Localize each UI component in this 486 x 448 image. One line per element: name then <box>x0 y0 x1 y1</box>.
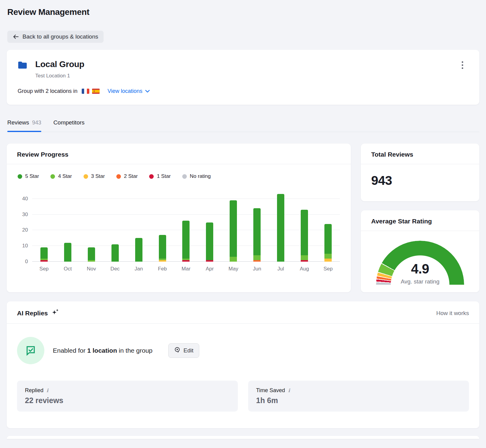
legend-dot-icon <box>18 174 22 179</box>
info-icon[interactable]: i <box>288 388 290 393</box>
stacked-bar-jan-4[interactable] <box>135 238 142 262</box>
replied-stat-box: Repliedi 22 reviews <box>17 381 238 412</box>
how-it-works-link[interactable]: How it works <box>436 310 469 317</box>
star-rating-gauge: 4.9 Avg. star rating <box>376 241 464 285</box>
bar-segment <box>64 243 71 262</box>
tab-competitors[interactable]: Competitors <box>53 119 84 132</box>
y-tick-label: 0 <box>25 259 28 265</box>
avg-rating-value: 4.9 <box>391 261 449 277</box>
x-tick-label: Apr <box>206 266 213 272</box>
bar-segment <box>206 222 213 260</box>
total-reviews-card: Total Reviews 943 <box>361 144 479 201</box>
view-locations-link[interactable]: View locations <box>108 88 150 94</box>
stacked-bar-dec-3[interactable] <box>111 244 119 262</box>
x-tick-label: Feb <box>159 266 166 272</box>
bar-segment <box>301 255 308 260</box>
bar-segment <box>182 221 190 258</box>
stacked-bar-sep-0[interactable] <box>40 247 48 262</box>
time-saved-value: 1h 6m <box>256 396 461 405</box>
review-progress-title: Review Progress <box>7 144 351 164</box>
average-star-rating-card: Average Star Rating 4.9 Avg. star rating <box>361 210 479 292</box>
group-name: Local Group <box>35 59 456 69</box>
y-tick-label: 30 <box>22 212 28 218</box>
bar-segment <box>301 210 308 255</box>
info-icon[interactable]: i <box>46 388 48 393</box>
back-button-label: Back to all groups & locations <box>22 33 98 40</box>
total-reviews-value: 943 <box>361 164 479 197</box>
spain-flag-icon <box>92 89 100 94</box>
review-progress-card: Review Progress 5 Star4 Star3 Star2 Star… <box>7 144 351 292</box>
bar-segment <box>230 257 237 262</box>
replied-value: 22 reviews <box>25 396 230 405</box>
x-tick-label: Nov <box>88 266 95 272</box>
legend-item[interactable]: 3 Star <box>84 173 105 179</box>
group-card: Local Group Test Location 1 Group with 2… <box>7 50 479 105</box>
stacked-bar-sep-12[interactable] <box>324 224 332 262</box>
stacked-bar-may-8[interactable] <box>230 200 237 262</box>
ai-replies-card: AI Replies How it works Enabled for 1 lo… <box>7 301 479 428</box>
tabs: Reviews943 Competitors <box>7 119 479 132</box>
location-pin-icon <box>174 347 180 355</box>
ai-reply-enabled-icon <box>17 337 44 364</box>
x-tick-label: Dec <box>111 266 119 272</box>
chart-legend: 5 Star4 Star3 Star2 Star1 StarNo rating <box>18 173 340 179</box>
x-tick-label: Sep <box>40 266 48 272</box>
stacked-bar-mar-6[interactable] <box>182 221 190 262</box>
legend-dot-icon <box>149 174 154 179</box>
tab-reviews[interactable]: Reviews943 <box>7 119 41 132</box>
bar-segment <box>301 260 308 262</box>
bar-segment <box>206 260 213 262</box>
stacked-bar-oct-1[interactable] <box>64 243 71 262</box>
time-saved-label: Time Saved <box>256 387 285 394</box>
bar-segment <box>135 238 142 262</box>
legend-item[interactable]: 1 Star <box>149 173 170 179</box>
stacked-bar-nov-2[interactable] <box>88 247 95 262</box>
legend-item[interactable]: 2 Star <box>116 173 138 179</box>
next-card-partial <box>7 436 479 439</box>
legend-dot-icon <box>116 174 121 179</box>
bar-segment <box>111 244 119 262</box>
group-locations-text: Group with 2 locations in <box>18 88 77 94</box>
bar-segment <box>253 208 261 255</box>
flags <box>82 89 100 94</box>
x-tick-label: May <box>230 266 237 272</box>
bar-segment <box>253 255 261 260</box>
edit-locations-button[interactable]: Edit <box>168 343 199 358</box>
total-reviews-title: Total Reviews <box>361 144 479 164</box>
bar-segment <box>324 259 332 262</box>
bar-segment <box>88 247 95 260</box>
replied-label: Replied <box>25 387 43 394</box>
x-tick-label: Sep <box>324 266 332 272</box>
back-button[interactable]: Back to all groups & locations <box>7 31 104 43</box>
ai-enabled-status: Enabled for 1 location in the group <box>53 347 152 354</box>
y-tick-label: 20 <box>22 227 28 233</box>
bar-segment <box>230 200 237 257</box>
review-management-page: Review Management Back to all groups & l… <box>0 0 486 448</box>
stacked-bar-jun-9[interactable] <box>253 208 261 262</box>
chart-plot-area <box>32 191 340 262</box>
chart-x-axis: SepOctNovDecJanFebMarAprMayJunJulAugSep <box>32 266 340 272</box>
group-subtitle: Test Location 1 <box>35 73 456 79</box>
folder-icon <box>18 61 35 70</box>
kebab-menu-icon[interactable] <box>456 59 468 71</box>
review-progress-chart: 010203040 <box>18 191 340 262</box>
legend-item[interactable]: 4 Star <box>50 173 72 179</box>
stacked-bar-jul-10[interactable] <box>277 194 284 262</box>
legend-item[interactable]: 5 Star <box>18 173 39 179</box>
chevron-down-icon <box>145 88 150 94</box>
bar-segment <box>277 194 284 262</box>
x-tick-label: Oct <box>64 266 71 272</box>
bar-segment <box>253 260 261 262</box>
stacked-bar-aug-11[interactable] <box>301 210 308 262</box>
sparkles-icon <box>52 309 60 317</box>
x-tick-label: Jul <box>277 266 284 272</box>
stacked-bar-feb-5[interactable] <box>159 235 166 262</box>
bar-segment <box>182 260 190 262</box>
chart-y-axis: 010203040 <box>18 191 32 262</box>
ai-replies-title: AI Replies <box>17 310 48 317</box>
stacked-bar-apr-7[interactable] <box>206 222 213 262</box>
time-saved-stat-box: Time Savedi 1h 6m <box>248 381 469 412</box>
bar-segment <box>324 254 332 259</box>
bar-segment <box>159 235 166 259</box>
legend-item[interactable]: No rating <box>182 173 211 179</box>
